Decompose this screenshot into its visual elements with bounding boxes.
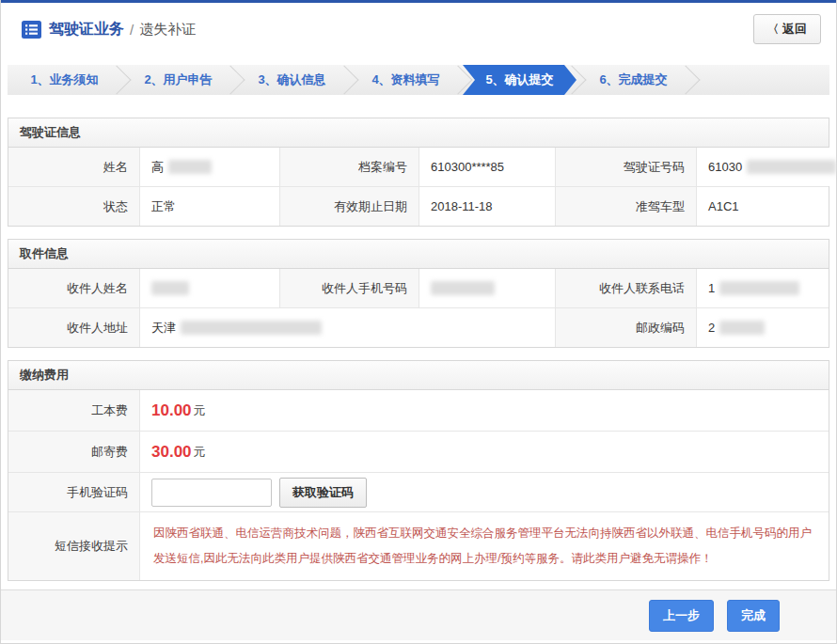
- valid-until-value: 2018-11-18: [419, 187, 556, 226]
- steps-bar: 1、业务须知 2、用户申告 3、确认信息 4、资料填写 5、确认提交 6、完成提…: [8, 65, 829, 95]
- redacted-text: [719, 281, 799, 295]
- sms-code-label: 手机验证码: [8, 473, 140, 511]
- recipient-address-label: 收件人地址: [8, 308, 140, 347]
- production-fee-unit: 元: [194, 402, 206, 419]
- sms-notice-cell: 因陕西省联通、电信运营商技术问题，陕西省互联网交通安全综合服务管理平台无法向持陕…: [140, 512, 829, 580]
- redacted-text: [151, 281, 189, 295]
- table-row: 工本费 10.00 元: [8, 390, 829, 431]
- payment-section: 缴纳费用 工本费 10.00 元 邮寄费 30.00 元 手机验证码 获取验证码…: [8, 360, 829, 581]
- page-header: 驾驶证业务 / 遗失补证 〈 返回: [1, 3, 836, 55]
- recipient-mobile-value: [419, 269, 556, 307]
- pickup-section-title: 取件信息: [8, 240, 829, 269]
- table-row: 收件人姓名 收件人手机号码 收件人联系电话 1: [8, 269, 829, 307]
- breadcrumb-separator: /: [130, 22, 134, 38]
- vehicle-class-value: A1C1: [697, 187, 829, 226]
- postal-code-label: 邮政编码: [556, 308, 697, 347]
- postage-fee-label: 邮寄费: [8, 432, 140, 472]
- recipient-mobile-label: 收件人手机号码: [280, 269, 419, 307]
- sms-code-cell: 获取验证码: [140, 473, 829, 511]
- back-button-label: 返回: [782, 21, 807, 38]
- page-subtitle: 遗失补证: [139, 21, 196, 39]
- chevron-left-icon: 〈: [767, 22, 779, 38]
- get-sms-code-button[interactable]: 获取验证码: [279, 478, 367, 508]
- sms-notice-label: 短信接收提示: [8, 512, 140, 580]
- redacted-text: [168, 160, 212, 174]
- payment-section-title: 缴纳费用: [8, 361, 829, 390]
- license-no-label: 驾驶证号码: [556, 148, 697, 186]
- status-value: 正常: [140, 187, 280, 226]
- pickup-info-section: 取件信息 收件人姓名 收件人手机号码 收件人联系电话 1 收件人地址 天津 邮政…: [8, 239, 829, 348]
- redacted-text: [431, 281, 495, 295]
- recipient-phone-label: 收件人联系电话: [556, 269, 697, 307]
- license-no-value: 61030: [697, 148, 836, 186]
- list-icon: [22, 21, 41, 39]
- postage-fee-value: 30.00 元: [140, 432, 829, 472]
- steps-bar-filler: [690, 65, 829, 95]
- page: 驾驶证业务 / 遗失补证 〈 返回 1、业务须知 2、用户申告 3、确认信息 4…: [0, 0, 837, 644]
- sms-notice-text: 因陕西省联通、电信运营商技术问题，陕西省互联网交通安全综合服务管理平台无法向持陕…: [153, 521, 812, 572]
- table-row: 短信接收提示 因陕西省联通、电信运营商技术问题，陕西省互联网交通安全综合服务管理…: [8, 511, 829, 580]
- sms-code-input[interactable]: [151, 479, 272, 507]
- page-title: 驾驶证业务: [49, 20, 124, 39]
- production-fee-value: 10.00 元: [140, 390, 829, 431]
- breadcrumb: 驾驶证业务 / 遗失补证: [22, 20, 196, 39]
- status-label: 状态: [8, 187, 140, 226]
- postage-fee-unit: 元: [194, 444, 206, 461]
- table-row: 姓名 高 档案编号 610300****85 驾驶证号码 61030: [8, 148, 829, 186]
- recipient-name-label: 收件人姓名: [8, 269, 140, 307]
- back-button[interactable]: 〈 返回: [753, 14, 821, 44]
- file-no-label: 档案编号: [280, 148, 419, 186]
- redacted-text: [719, 321, 765, 335]
- table-row: 状态 正常 有效期止日期 2018-11-18 准驾车型 A1C1: [8, 186, 829, 226]
- postage-fee-amount: 30.00: [151, 443, 192, 462]
- table-row: 收件人地址 天津 邮政编码 2: [8, 307, 829, 347]
- name-value: 高: [140, 148, 280, 186]
- finish-button[interactable]: 完成: [727, 600, 780, 632]
- recipient-address-value: 天津: [140, 308, 556, 347]
- recipient-phone-value: 1: [697, 269, 829, 307]
- redacted-text: [747, 160, 836, 174]
- license-info-section: 驾驶证信息 姓名 高 档案编号 610300****85 驾驶证号码 61030…: [8, 118, 829, 227]
- valid-until-label: 有效期止日期: [280, 187, 419, 226]
- table-row: 邮寄费 30.00 元: [8, 431, 829, 472]
- file-no-value: 610300****85: [419, 148, 556, 186]
- vehicle-class-label: 准驾车型: [556, 187, 697, 226]
- recipient-name-value: [140, 269, 280, 307]
- previous-step-button[interactable]: 上一步: [649, 600, 714, 632]
- license-section-title: 驾驶证信息: [8, 118, 829, 148]
- table-row: 手机验证码 获取验证码: [8, 472, 829, 511]
- footer-action-bar: 上一步 完成: [1, 589, 836, 640]
- redacted-text: [181, 321, 322, 335]
- name-label: 姓名: [8, 148, 140, 186]
- production-fee-label: 工本费: [8, 390, 140, 431]
- production-fee-amount: 10.00: [151, 401, 192, 420]
- postal-code-value: 2: [697, 308, 829, 347]
